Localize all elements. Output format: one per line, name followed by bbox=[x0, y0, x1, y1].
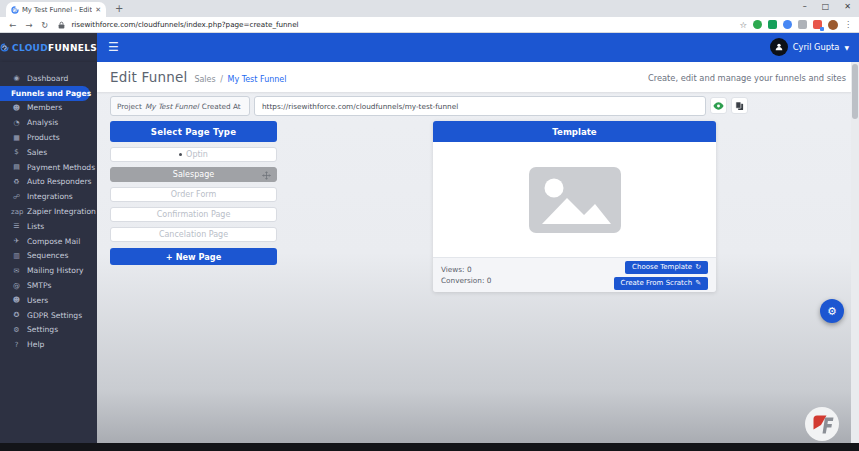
conversion-stat: Conversion: 0 bbox=[441, 275, 491, 286]
breadcrumb-current-link[interactable]: My Test Funnel bbox=[227, 75, 286, 84]
payment-methods-icon: ▤ bbox=[11, 163, 22, 171]
sales-icon: $ bbox=[11, 148, 22, 156]
sidebar-item-users[interactable]: ☻ Users bbox=[0, 293, 97, 308]
choose-template-button[interactable]: Choose Template↻ bbox=[625, 261, 708, 274]
url-field[interactable]: risewithforce.com/cloudfunnels/index.php… bbox=[71, 20, 739, 29]
preview-button[interactable] bbox=[710, 97, 727, 114]
window-minimize-icon[interactable]: – bbox=[803, 2, 807, 11]
sidebar-item-products[interactable]: ▦ Products bbox=[0, 130, 97, 145]
scrollbar-thumb[interactable] bbox=[852, 64, 858, 119]
users-icon: ☻ bbox=[11, 296, 22, 304]
help-icon: ? bbox=[11, 341, 22, 349]
sidebar-item-compose-mail[interactable]: ✈ Compose Mail bbox=[0, 234, 97, 249]
page-type-button-order-form[interactable]: Order Form bbox=[110, 187, 277, 202]
browser-menu-icon[interactable]: ⋮ bbox=[844, 20, 852, 29]
extension-icon[interactable] bbox=[753, 20, 762, 29]
sidebar-item-sales[interactable]: $ Sales bbox=[0, 145, 97, 160]
window-maximize-icon[interactable]: □ bbox=[822, 2, 830, 11]
settings-fab-button[interactable]: ⚙ bbox=[820, 299, 844, 323]
page-type-button-confirmation-page[interactable]: Confirmation Page bbox=[110, 207, 277, 222]
user-name: Cyril Gupta bbox=[793, 42, 840, 52]
sidebar-item-smtps[interactable]: @ SMTPs bbox=[0, 278, 97, 293]
user-menu[interactable]: Cyril Gupta ▼ bbox=[770, 38, 849, 56]
sidebar-item-lists[interactable]: ☰ Lists bbox=[0, 219, 97, 234]
sidebar-item-auto-responders[interactable]: ♻ Auto Responders bbox=[0, 175, 97, 190]
page-type-button-salespage[interactable]: Salespage bbox=[110, 167, 277, 182]
extension-icon[interactable] bbox=[813, 20, 822, 29]
template-card-footer: Views: 0 Conversion: 0 Choose Template↻ … bbox=[433, 257, 716, 292]
gear-icon: ⚙ bbox=[827, 305, 837, 318]
funnel-url-input[interactable] bbox=[254, 96, 706, 116]
breadcrumb-section: Sales bbox=[194, 75, 215, 84]
browser-tabstrip: My Test Funnel - Edit Funnel (Cl ✕ + – □… bbox=[0, 0, 859, 17]
compose-mail-icon: ✈ bbox=[11, 237, 22, 245]
sidebar-nav: ◉ Dashboard Funnels and Pages ☻ Members … bbox=[0, 62, 97, 443]
bottom-letterbox-bar bbox=[0, 443, 859, 451]
pencil-icon: ✎ bbox=[695, 279, 701, 287]
browser-profile-avatar[interactable] bbox=[828, 20, 838, 30]
create-from-scratch-button[interactable]: Create From Scratch✎ bbox=[614, 277, 708, 290]
template-card: Template Views: 0 Conversion: 0 Choose T… bbox=[433, 121, 716, 292]
breadcrumb-separator: / bbox=[220, 75, 223, 84]
extension-icon[interactable] bbox=[798, 20, 807, 29]
copy-url-button[interactable] bbox=[731, 97, 748, 114]
project-row: ProjectMy Test FunnelCreated At bbox=[110, 96, 748, 116]
sidebar-item-help[interactable]: ? Help bbox=[0, 337, 97, 352]
sidebar-item-dashboard[interactable]: ◉ Dashboard bbox=[0, 71, 97, 86]
sidebar-item-settings[interactable]: ⚙ Settings bbox=[0, 323, 97, 338]
sequences-icon: ▥ bbox=[11, 252, 22, 260]
refresh-icon[interactable]: ↻ bbox=[41, 20, 48, 30]
page-type-button-optin[interactable]: Optin bbox=[110, 147, 277, 162]
zapier-icon: zap bbox=[11, 208, 22, 216]
browser-tab[interactable]: My Test Funnel - Edit Funnel (Cl ✕ bbox=[6, 2, 106, 17]
template-preview bbox=[433, 142, 716, 257]
page-type-button-cancelation-page[interactable]: Cancelation Page bbox=[110, 227, 277, 242]
sidebar-item-funnels-and-pages[interactable]: Funnels and Pages bbox=[0, 86, 90, 101]
user-avatar bbox=[770, 38, 788, 56]
lists-icon: ☰ bbox=[11, 222, 22, 230]
menu-hamburger-icon[interactable]: ☰ bbox=[108, 41, 119, 53]
back-icon[interactable]: ← bbox=[9, 20, 16, 30]
drag-move-icon[interactable] bbox=[262, 171, 271, 182]
eye-icon bbox=[713, 102, 724, 110]
brand-logo[interactable]: CLOUDFUNNELS bbox=[0, 33, 97, 62]
new-tab-button[interactable]: + bbox=[115, 3, 123, 14]
page-scrollbar[interactable] bbox=[851, 62, 859, 443]
tab-close-icon[interactable]: ✕ bbox=[95, 6, 101, 14]
settings-icon: ⚙ bbox=[11, 326, 22, 334]
page-header: Edit Funnel Sales / My Test Funnel Creat… bbox=[97, 62, 859, 92]
cloudfunnels-swirl-icon bbox=[0, 41, 9, 54]
tab-title: My Test Funnel - Edit Funnel (Cl bbox=[22, 6, 92, 14]
dashboard-icon: ◉ bbox=[11, 74, 22, 82]
brand-name: CLOUDFUNNELS bbox=[12, 43, 97, 53]
image-placeholder-icon bbox=[529, 167, 621, 233]
sidebar-item-sequences[interactable]: ▥ Sequences bbox=[0, 249, 97, 264]
sidebar-item-integrations[interactable]: ☍ Integrations bbox=[0, 189, 97, 204]
mailing-history-icon: ✉ bbox=[11, 267, 22, 275]
secure-lock-icon bbox=[58, 21, 65, 29]
sidebar-item-mailing-history[interactable]: ✉ Mailing History bbox=[0, 263, 97, 278]
members-icon: ☻ bbox=[11, 104, 22, 112]
sidebar-item-gdpr-settings[interactable]: ✪ GDPR Settings bbox=[0, 308, 97, 323]
page-tagline: Create, edit and manage your funnels and… bbox=[648, 73, 846, 83]
extension-icon[interactable] bbox=[768, 20, 777, 29]
new-page-button[interactable]: + New Page bbox=[110, 248, 277, 265]
copy-icon bbox=[735, 101, 744, 111]
window-close-icon[interactable]: ✕ bbox=[844, 2, 851, 11]
sidebar-item-analysis[interactable]: ◔ Analysis bbox=[0, 115, 97, 130]
bookmark-star-icon[interactable]: ☆ bbox=[739, 20, 747, 30]
browser-addressbar: ← → ↻ risewithforce.com/cloudfunnels/ind… bbox=[0, 17, 859, 33]
template-card-header: Template bbox=[433, 121, 716, 142]
app-window: My Test Funnel - Edit Funnel (Cl ✕ + – □… bbox=[0, 0, 859, 451]
forward-icon[interactable]: → bbox=[25, 20, 32, 30]
sidebar-item-payment-methods[interactable]: ▤ Payment Methods bbox=[0, 160, 97, 175]
extension-icon[interactable] bbox=[783, 20, 792, 29]
main-content: Edit Funnel Sales / My Test Funnel Creat… bbox=[97, 62, 859, 443]
chevron-down-icon: ▼ bbox=[844, 44, 849, 51]
breadcrumb: Sales / My Test Funnel bbox=[194, 75, 286, 84]
sidebar-item-zapier-integration[interactable]: zap Zapier Integration bbox=[0, 204, 97, 219]
sidebar-item-members[interactable]: ☻ Members bbox=[0, 101, 97, 116]
integrations-icon: ☍ bbox=[11, 193, 22, 201]
gdpr-icon: ✪ bbox=[11, 311, 22, 319]
project-label: ProjectMy Test FunnelCreated At bbox=[110, 96, 250, 116]
